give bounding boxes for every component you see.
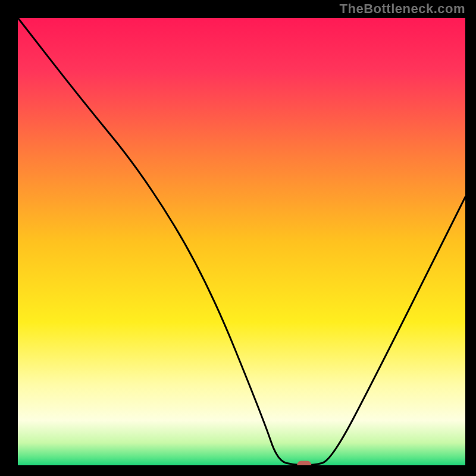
frame-right <box>465 0 476 476</box>
frame-left <box>0 0 18 476</box>
chart-container: TheBottleneck.com <box>0 0 476 476</box>
frame-bottom <box>0 465 476 476</box>
bottleneck-chart <box>0 0 476 476</box>
plot-background <box>18 18 465 465</box>
watermark-text: TheBottleneck.com <box>340 1 465 17</box>
